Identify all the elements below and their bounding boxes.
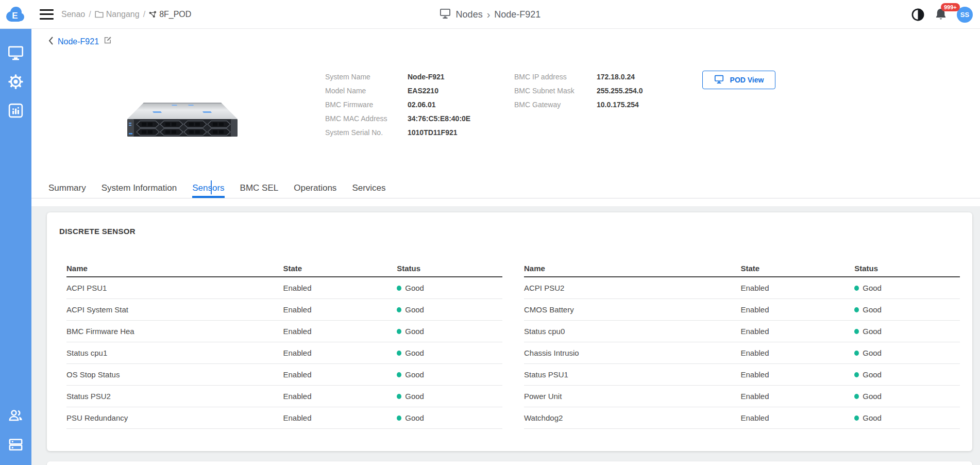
notification-count-badge: 999+ <box>941 3 960 11</box>
sensor-name: Power Unit <box>524 392 740 401</box>
svg-text:E: E <box>12 11 18 21</box>
breadcrumb-separator: / <box>89 10 91 19</box>
sensor-status: Good <box>854 413 960 422</box>
tab-system-information[interactable]: System Information <box>102 183 177 198</box>
pod-view-label: POD View <box>730 76 764 84</box>
table-row: Status cpu1EnabledGood <box>66 342 502 364</box>
info-value: 02.06.01 <box>408 101 436 109</box>
text-caret <box>211 180 212 194</box>
breadcrumb-zone[interactable]: Nangang <box>106 10 140 19</box>
app-logo-icon[interactable]: E <box>5 5 25 24</box>
sensor-status: Good <box>397 392 502 401</box>
sensor-state: Enabled <box>740 370 854 379</box>
sensor-name: Status cpu0 <box>524 327 740 336</box>
metrics-chart-icon[interactable] <box>8 103 24 119</box>
sensor-status: Good <box>397 413 502 422</box>
monitor-icon[interactable] <box>8 45 24 61</box>
info-label: BMC Gateway <box>514 101 597 109</box>
pod-view-monitor-icon <box>714 75 724 85</box>
info-value: Node-F921 <box>408 73 445 81</box>
node-back-link[interactable]: Node-F921 <box>58 37 99 46</box>
status-label: Good <box>863 327 882 336</box>
sensor-state: Enabled <box>283 305 397 314</box>
table-row: OS Stop StatusEnabledGood <box>66 364 502 386</box>
status-label: Good <box>405 284 424 292</box>
table-row: Status PSU2EnabledGood <box>66 386 502 407</box>
sensor-status: Good <box>854 370 960 379</box>
breadcrumb-pod[interactable]: 8F_POD <box>159 10 191 19</box>
col-status: Status <box>397 264 502 273</box>
menu-toggle-button[interactable] <box>40 9 54 20</box>
tab-services[interactable]: Services <box>352 183 385 198</box>
status-dot-icon <box>854 416 859 421</box>
sensor-name: ACPI PSU2 <box>524 284 740 292</box>
sensor-name: ACPI PSU1 <box>66 284 283 292</box>
breadcrumb-separator: / <box>143 10 145 19</box>
col-name: Name <box>66 264 283 273</box>
users-icon[interactable] <box>8 408 24 424</box>
title-separator: › <box>487 9 491 21</box>
tab-summary[interactable]: Summary <box>48 183 86 198</box>
sensor-status: Good <box>854 348 960 357</box>
sensor-name: PSU Redundancy <box>66 413 283 422</box>
info-value: 34:76:C5:E8:40:0E <box>408 114 470 123</box>
status-dot-icon <box>854 329 859 334</box>
info-label: BMC IP address <box>514 73 597 81</box>
tab-sensors[interactable]: Sensors <box>192 183 224 198</box>
status-dot-icon <box>397 286 401 291</box>
node-info-right: BMC IP address172.18.0.24 BMC Subnet Mas… <box>514 70 643 111</box>
status-label: Good <box>405 413 424 422</box>
sensor-state: Enabled <box>740 284 854 292</box>
table-row: BMC Firmware HeaEnabledGood <box>66 321 502 342</box>
info-value: 255.255.254.0 <box>597 87 643 95</box>
col-state: State <box>740 264 854 273</box>
tab-bmc-sel[interactable]: BMC SEL <box>240 183 279 198</box>
sensor-name: BMC Firmware Hea <box>66 327 283 336</box>
sensor-name: Status cpu1 <box>66 348 283 357</box>
title-node: Node-F921 <box>494 9 540 20</box>
status-dot-icon <box>397 329 401 334</box>
status-label: Good <box>863 392 882 401</box>
title-section: Nodes <box>456 9 483 20</box>
nodes-monitor-icon <box>440 8 451 21</box>
sensor-state: Enabled <box>740 305 854 314</box>
sensor-tables: Name State Status ACPI PSU1EnabledGood A… <box>66 260 960 429</box>
status-dot-icon <box>854 307 859 312</box>
pod-network-icon <box>149 11 157 18</box>
status-dot-icon <box>854 351 859 356</box>
tab-sensors-label: Sensors <box>192 183 224 193</box>
table-row: Power UnitEnabledGood <box>524 386 960 407</box>
back-navigation: Node-F921 <box>48 37 112 47</box>
settings-gear-icon[interactable] <box>8 74 24 90</box>
edit-node-icon[interactable] <box>104 36 112 46</box>
status-label: Good <box>863 370 882 379</box>
sensor-status: Good <box>397 348 502 357</box>
discrete-sensor-card: DISCRETE SENSOR Name State Status ACPI P… <box>47 212 972 451</box>
sensor-state: Enabled <box>283 370 397 379</box>
sensor-table-right: Name State Status ACPI PSU2EnabledGood C… <box>524 260 960 429</box>
rack-icon[interactable] <box>8 437 24 453</box>
table-row: PSU RedundancyEnabledGood <box>66 407 502 429</box>
sensor-status: Good <box>854 392 960 401</box>
folder-icon <box>95 10 104 18</box>
table-row: ACPI PSU2EnabledGood <box>524 277 960 299</box>
breadcrumb-site[interactable]: Senao <box>61 10 85 19</box>
pod-view-button[interactable]: POD View <box>702 71 775 89</box>
back-chevron-icon[interactable] <box>48 37 53 47</box>
tab-operations[interactable]: Operations <box>294 183 336 198</box>
topbar: E Senao / Nangang / 8F_POD Nodes <box>0 0 980 29</box>
table-row: CMOS BatteryEnabledGood <box>524 299 960 321</box>
theme-contrast-toggle[interactable] <box>911 8 925 22</box>
main-content: Node-F921 <box>31 29 980 465</box>
notifications-bell-button[interactable]: 999+ <box>934 7 948 22</box>
table-row: Status PSU1EnabledGood <box>524 364 960 386</box>
info-label: System Name <box>325 73 408 81</box>
status-label: Good <box>863 284 882 292</box>
sensor-status: Good <box>397 284 502 292</box>
info-label: Model Name <box>325 87 408 95</box>
sensor-status: Good <box>397 370 502 379</box>
status-label: Good <box>405 305 424 314</box>
info-label: BMC MAC Address <box>325 114 408 123</box>
tab-bar: Summary System Information Sensors BMC S… <box>48 183 386 198</box>
status-label: Good <box>405 370 424 379</box>
